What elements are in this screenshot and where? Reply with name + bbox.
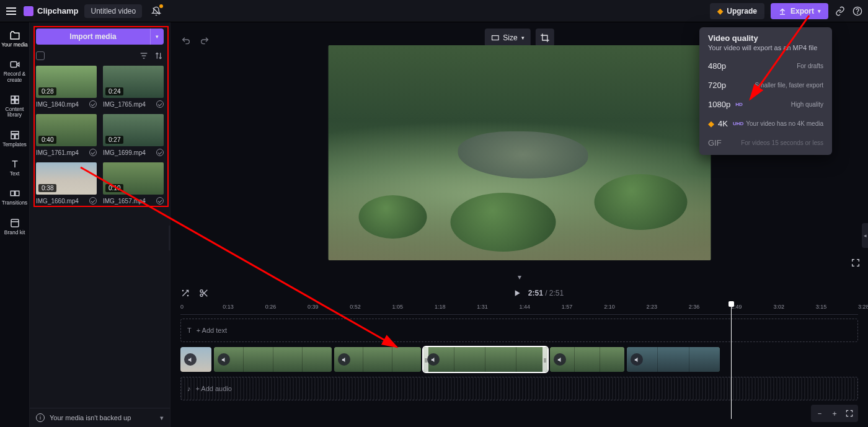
video-track[interactable]: IMG_1761.mp4|||| — [180, 347, 858, 372]
ruler-tick: 3:15 — [816, 304, 827, 310]
expand-right-panel-button[interactable]: ◂ — [862, 223, 868, 248]
clip-mute-icon[interactable] — [427, 353, 440, 366]
zoom-in-button[interactable]: ＋ — [828, 407, 841, 420]
redo-button[interactable] — [200, 36, 210, 46]
import-media-button[interactable]: Import media — [36, 29, 150, 45]
filter-icon[interactable] — [139, 51, 149, 61]
quality-label: 720p — [708, 81, 726, 90]
svg-point-15 — [182, 290, 183, 291]
timeline-collapse-toggle[interactable]: ▾ — [170, 273, 868, 283]
quality-option-gif: GIFFor videos 15 seconds or less — [699, 133, 832, 152]
timeline-clip[interactable]: IMG_1761.mp4|||| — [423, 347, 547, 372]
svg-rect-11 — [11, 191, 14, 196]
ruler-tick: 1:05 — [392, 304, 404, 310]
gem-icon: ◆ — [708, 119, 714, 128]
play-button[interactable] — [512, 288, 522, 298]
timeline-clip[interactable] — [214, 347, 332, 372]
clip-used-icon — [156, 197, 164, 205]
app-name: Clipchamp — [37, 6, 78, 15]
crop-button[interactable] — [536, 29, 554, 47]
clip-used-icon — [156, 149, 164, 156]
select-all-checkbox[interactable] — [36, 51, 45, 60]
playhead[interactable] — [731, 304, 732, 419]
zoom-controls: － ＋ — [811, 405, 858, 422]
quality-option-720p[interactable]: 720pSmaller file, faster export — [699, 76, 832, 95]
nav-your-media[interactable]: Your media — [1, 26, 29, 51]
timeline-clip[interactable] — [550, 347, 624, 372]
sort-icon[interactable] — [154, 51, 164, 61]
nav-label: Text — [10, 171, 20, 177]
magic-icon[interactable] — [180, 288, 190, 298]
nav-label: Transitions — [2, 200, 27, 206]
media-thumbnail[interactable]: 0:28 — [36, 66, 97, 98]
svg-rect-14 — [492, 36, 498, 40]
import-media-dropdown[interactable]: ▾ — [150, 29, 164, 45]
clip-mute-icon[interactable] — [338, 353, 350, 366]
scissors-icon[interactable] — [199, 288, 209, 298]
timeline-clip[interactable] — [180, 347, 211, 372]
clip-filename: IMG_1660.mp4 — [36, 198, 79, 205]
nav-label: Your media — [1, 42, 28, 48]
clip-filename: IMG_1657.mp4 — [103, 198, 146, 205]
chevron-down-icon[interactable]: ▾ — [160, 414, 164, 422]
upload-icon — [778, 7, 787, 15]
quality-option-480p[interactable]: 480pFor drafts — [699, 56, 832, 76]
undo-button[interactable] — [181, 36, 191, 46]
timeline-clip[interactable] — [334, 347, 421, 372]
nav-transitions[interactable]: Transitions — [1, 184, 29, 209]
quality-option-1080p[interactable]: 1080pHDHigh quality — [699, 95, 832, 114]
nav-record[interactable]: Record & create — [1, 55, 29, 87]
media-thumbnail[interactable]: 0:10 — [103, 162, 164, 195]
clip-duration: 0:10 — [105, 184, 123, 192]
quality-label: 480p — [708, 61, 726, 71]
add-text-track[interactable]: T + Add text — [180, 319, 858, 342]
svg-rect-7 — [15, 100, 18, 103]
nav-content-library[interactable]: Content library — [1, 90, 29, 122]
add-audio-track[interactable]: ♪ + Add audio — [180, 377, 858, 400]
upgrade-button[interactable]: ◆ Upgrade — [710, 3, 764, 19]
popover-subtitle: Your video will export as an MP4 file — [699, 44, 832, 56]
clip-duration: 0:40 — [38, 136, 56, 144]
video-preview[interactable] — [328, 45, 711, 260]
media-thumbnail[interactable]: 0:38 — [36, 162, 97, 195]
ruler-tick: 1:31 — [477, 304, 488, 310]
add-text-label: + Add text — [197, 327, 227, 334]
clip-mute-icon[interactable] — [631, 353, 643, 366]
notifications-icon[interactable] — [151, 6, 162, 17]
project-title[interactable]: Untitled video — [84, 4, 142, 18]
info-icon: i — [36, 413, 45, 422]
link-icon[interactable] — [835, 6, 846, 17]
clip-trim-right[interactable]: || — [542, 347, 547, 372]
clip-mute-icon[interactable] — [218, 353, 230, 366]
quality-note: Smaller file, faster export — [755, 82, 823, 89]
size-label: Size — [503, 33, 517, 42]
clip-mute-icon[interactable] — [554, 353, 566, 366]
clip-mute-icon[interactable] — [184, 353, 197, 366]
help-icon[interactable] — [852, 6, 863, 17]
export-button[interactable]: Export ▾ — [771, 3, 828, 19]
clip-filename: IMG_1840.mp4 — [36, 101, 79, 108]
zoom-fit-button[interactable] — [843, 407, 856, 420]
nav-brand-kit[interactable]: Brand kit — [1, 214, 29, 239]
svg-rect-8 — [11, 131, 19, 134]
ruler-tick: 3:02 — [773, 304, 784, 310]
ruler-tick: 0 — [180, 304, 184, 310]
quality-label: 4K — [718, 119, 728, 128]
nav-templates[interactable]: Templates — [1, 126, 29, 151]
app-logo: Clipchamp — [24, 6, 78, 16]
clip-used-icon — [156, 100, 164, 108]
quality-option-4k[interactable]: ◆4KUHDYour video has no 4K media — [699, 114, 832, 133]
aspect-size-dropdown[interactable]: Size ▾ — [484, 29, 530, 47]
nav-text[interactable]: Text — [1, 155, 29, 180]
hamburger-menu[interactable] — [5, 5, 17, 17]
clip-duration: 0:27 — [105, 136, 123, 144]
nav-label: Record & create — [1, 71, 29, 83]
zoom-out-button[interactable]: － — [813, 407, 826, 420]
fullscreen-icon[interactable] — [851, 258, 861, 268]
media-thumbnail[interactable]: 0:27 — [103, 114, 164, 146]
clip-used-icon — [89, 197, 97, 205]
quality-note: For videos 15 seconds or less — [741, 139, 823, 146]
timeline-clip[interactable] — [627, 347, 720, 372]
media-thumbnail[interactable]: 0:24 — [103, 66, 164, 98]
media-thumbnail[interactable]: 0:40 — [36, 114, 97, 146]
